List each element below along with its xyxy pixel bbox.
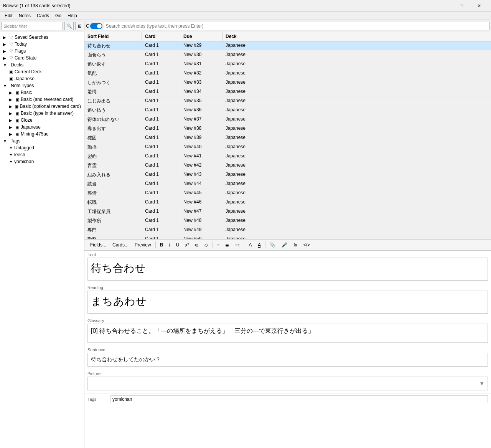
search-input[interactable] — [104, 22, 489, 30]
field-content-glossary[interactable]: [0] 待ち合わせること。「—の場所をまちがえる」「三分の—で東京行きが出る」 — [87, 324, 488, 343]
bold-button[interactable]: B — [157, 241, 166, 249]
table-row[interactable]: 得体の知れない Card 1 New #37 Japanese — [84, 115, 491, 124]
sidebar-item-note-types[interactable]: ▼ Note Types — [0, 82, 84, 89]
attach-button[interactable]: 📎 — [267, 241, 278, 249]
table-row[interactable]: 組み入れる Card 1 New #43 Japanese — [84, 170, 491, 180]
indent-button[interactable]: ≡↕ — [232, 241, 242, 249]
col-card[interactable]: Card — [142, 32, 180, 41]
sidebar-item-japanese-deck[interactable]: ▣ Japanese — [0, 75, 84, 82]
fields-button[interactable]: Fields... — [87, 241, 109, 249]
table-row[interactable]: 確固 Card 1 New #39 Japanese — [84, 134, 491, 143]
sidebar-item-japanese-note-type[interactable]: ▶ ▣ Japanese — [0, 124, 84, 131]
cell-due: New #32 — [180, 69, 222, 78]
unordered-list-button[interactable]: ≡ — [214, 241, 222, 249]
table-row[interactable]: にじみ出る Card 1 New #35 Japanese — [84, 97, 491, 106]
record-button[interactable]: 🎤 — [279, 241, 290, 249]
table-row[interactable]: 勤務 Card 1 New #50 Japanese — [84, 235, 491, 239]
minimize-button[interactable]: ─ — [435, 0, 453, 12]
col-due[interactable]: Due — [180, 32, 222, 41]
cards-button[interactable]: Cards... — [110, 241, 131, 249]
field-content-front[interactable]: 待ち合わせ — [87, 258, 488, 281]
sidebar-item-flags[interactable]: ▶ ♡ Flags — [0, 48, 84, 55]
sidebar-item-basic-type-answer[interactable]: ▶ ▣ Basic (type in the answer) — [0, 110, 84, 117]
table-row[interactable]: しがみつく Card 1 New #33 Japanese — [84, 78, 491, 88]
sidebar-item-basic-reversed[interactable]: ▶ ▣ Basic (and reversed card) — [0, 96, 84, 103]
sidebar-item-tags[interactable]: ▼ Tags — [0, 137, 84, 144]
sidebar-filter-input[interactable] — [2, 22, 63, 30]
sidebar-item-leech[interactable]: ✦ leech — [0, 151, 84, 158]
menu-help[interactable]: Help — [64, 12, 80, 19]
sidebar-item-current-deck[interactable]: ▣ Current Deck — [0, 68, 84, 75]
table-row[interactable]: 動揺 Card 1 New #40 Japanese — [84, 143, 491, 152]
menu-cards[interactable]: Cards — [34, 12, 52, 19]
cell-sort-field: にじみ出る — [84, 97, 142, 106]
search-icon-button[interactable]: 🔍 — [64, 22, 74, 30]
cell-due: New #50 — [180, 235, 222, 239]
sidebar-item-saved-searches[interactable]: ▶ ♡ Saved Searches — [0, 34, 84, 41]
maximize-button[interactable]: □ — [453, 0, 470, 12]
html-button[interactable]: </> — [301, 241, 313, 249]
editor-area: Fields... Cards... Preview B I U x² x₂ ◇… — [84, 240, 491, 448]
table-row[interactable]: 追い返す Card 1 New #31 Japanese — [84, 60, 491, 69]
table-row[interactable]: 盟約 Card 1 New #41 Japanese — [84, 152, 491, 161]
cell-deck: Japanese — [222, 69, 491, 78]
field-label-sentence: Sentence — [84, 346, 491, 353]
sidebar-label: Basic — [21, 90, 32, 95]
italic-button[interactable]: I — [166, 241, 173, 249]
table-row[interactable]: 専門 Card 1 New #49 Japanese — [84, 226, 491, 235]
sidebar-item-untagged[interactable]: ✦ Untagged — [0, 144, 84, 151]
menu-go[interactable]: Go — [52, 12, 64, 19]
col-sort-field[interactable]: Sort Field — [84, 32, 142, 41]
sidebar-item-card-state[interactable]: ▶ ♡ Card State — [0, 55, 84, 61]
tags-input[interactable] — [110, 395, 488, 403]
table-row[interactable]: 該当 Card 1 New #44 Japanese — [84, 180, 491, 189]
table-row[interactable]: 整備 Card 1 New #45 Japanese — [84, 189, 491, 198]
chevron-right-icon: ▶ — [3, 35, 8, 40]
close-button[interactable]: ✕ — [470, 0, 488, 12]
sidebar-item-today[interactable]: ▶ ♡ Today — [0, 41, 84, 48]
formula-button[interactable]: fx — [291, 241, 300, 249]
search-mode-toggle[interactable] — [90, 23, 102, 29]
table-row[interactable]: 工場従業員 Card 1 New #47 Japanese — [84, 207, 491, 217]
toolbar-separator — [265, 241, 265, 248]
note-type-icon: ▣ — [15, 125, 19, 130]
field-content-sentence[interactable]: 待ち合わせをしてたのかい？ — [87, 353, 488, 367]
underline-button[interactable]: U — [173, 241, 182, 249]
subscript-button[interactable]: x₂ — [192, 241, 201, 249]
clear-format-button[interactable]: ◇ — [202, 241, 211, 249]
sidebar-item-cloze[interactable]: ▶ ▣ Cloze — [0, 117, 84, 124]
filter-options-button[interactable]: ⊞ — [75, 22, 84, 30]
sidebar-item-yomichan[interactable]: ✦ yomichan — [0, 158, 84, 165]
sidebar-item-basic-optional-reversed[interactable]: ▶ ▣ Basic (optional reversed card) — [0, 103, 84, 110]
table-row[interactable]: 気配 Card 1 New #32 Japanese — [84, 69, 491, 78]
superscript-button[interactable]: x² — [182, 241, 191, 249]
col-deck[interactable]: Deck — [222, 32, 491, 41]
ordered-list-button[interactable]: ≣ — [222, 241, 232, 249]
cell-sort-field: 転職 — [84, 198, 142, 207]
font-color-button[interactable]: A — [246, 241, 254, 249]
table-row[interactable]: 転職 Card 1 New #46 Japanese — [84, 198, 491, 207]
cell-deck: Japanese — [222, 235, 491, 239]
preview-button[interactable]: Preview — [132, 241, 154, 249]
field-label-reading: Reading — [84, 284, 491, 291]
table-row[interactable]: 追い払う Card 1 New #36 Japanese — [84, 106, 491, 115]
cell-deck: Japanese — [222, 161, 491, 170]
table-row[interactable]: 驚愕 Card 1 New #34 Japanese — [84, 88, 491, 97]
field-content-picture[interactable]: ▼ — [87, 377, 488, 390]
table-row[interactable]: 言霊 Card 1 New #42 Japanese — [84, 161, 491, 170]
sidebar-item-basic[interactable]: ▶ ▣ Basic — [0, 89, 84, 96]
table-scroll[interactable]: 待ち合わせ Card 1 New #29 Japanese 面食らう Card … — [84, 41, 491, 239]
highlight-color-button[interactable]: A̲ — [255, 241, 264, 249]
sidebar-item-mining[interactable]: ▶ ▣ Mining-475ae — [0, 131, 84, 137]
table-row[interactable]: 待ち合わせ Card 1 New #29 Japanese — [84, 41, 491, 51]
cell-card: Card 1 — [142, 161, 180, 170]
table-row[interactable]: 製作所 Card 1 New #48 Japanese — [84, 217, 491, 226]
cell-deck: Japanese — [222, 143, 491, 152]
sidebar-label: Basic (optional reversed card) — [20, 104, 81, 109]
menu-edit[interactable]: Edit — [2, 12, 16, 19]
table-row[interactable]: 導き出す Card 1 New #38 Japanese — [84, 124, 491, 134]
table-row[interactable]: 面食らう Card 1 New #30 Japanese — [84, 51, 491, 60]
sidebar-item-decks[interactable]: ▼ Decks — [0, 61, 84, 68]
field-content-reading[interactable]: まちあわせ — [87, 291, 488, 314]
menu-notes[interactable]: Notes — [16, 12, 34, 19]
